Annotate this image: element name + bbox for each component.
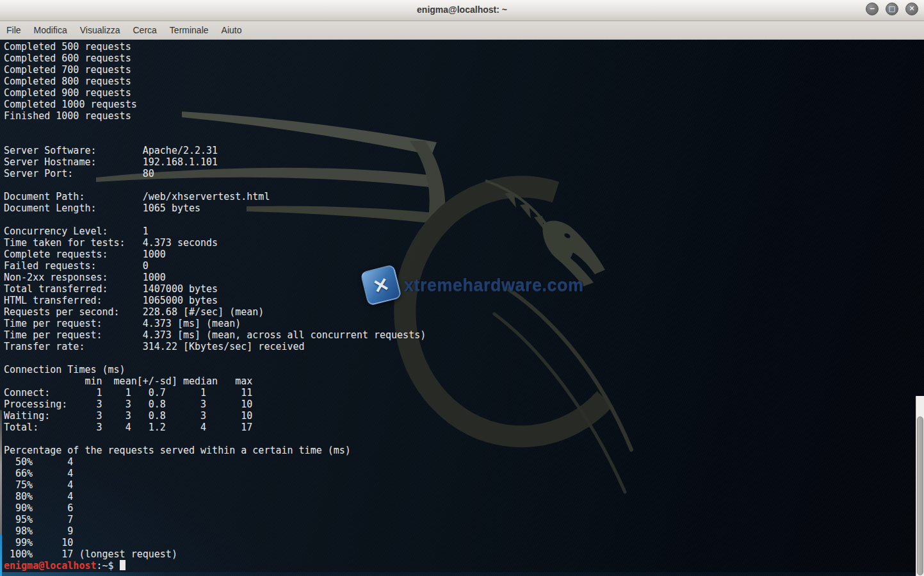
terminal-line: Finished 1000 requests [4, 110, 426, 122]
terminal-line: Connection Times (ms) [4, 364, 426, 375]
terminal-line: Non-2xx responses: 1000 [4, 272, 426, 283]
terminal-line: 75% 4 [4, 479, 426, 491]
terminal-line: Complete requests: 1000 [4, 249, 426, 260]
terminal-screen[interactable]: ✕ xtremehardware.com Completed 500 reque… [0, 40, 924, 576]
terminal-line: Completed 800 requests [4, 76, 426, 87]
terminal-line: 90% 6 [4, 502, 426, 514]
terminal-line: Document Length: 1065 bytes [4, 202, 426, 214]
terminal-line [4, 122, 426, 133]
terminal-line: 99% 10 [4, 537, 426, 548]
prompt-user-host: enigma@localhost [4, 560, 97, 572]
terminal-line: Waiting: 3 3 0.8 3 10 [4, 410, 426, 422]
menu-file[interactable]: File [6, 21, 28, 39]
terminal-line: Completed 700 requests [4, 64, 426, 76]
terminal-line: Completed 500 requests [4, 41, 426, 53]
terminal-line: Failed requests: 0 [4, 260, 426, 272]
terminal-line: Server Port: 80 [4, 168, 426, 179]
menu-bar: File Modifica Visualizza Cerca Terminale… [0, 21, 924, 40]
terminal-line: 98% 9 [4, 525, 426, 537]
terminal-line: min mean[+/-sd] median max [4, 375, 426, 387]
terminal-line: 80% 4 [4, 491, 426, 502]
terminal-line: 50% 4 [4, 456, 426, 468]
menu-cerca[interactable]: Cerca [126, 21, 163, 39]
maximize-button[interactable]: □ [886, 3, 898, 15]
terminal-line [4, 133, 426, 145]
screen: enigma@localhost: ~ − □ ✕ File Modifica … [0, 0, 924, 576]
close-icon: ✕ [909, 4, 914, 13]
terminal-line: Completed 600 requests [4, 53, 426, 64]
wallpaper-edge-blue-strip [0, 534, 2, 576]
terminal-line: 66% 4 [4, 468, 426, 479]
terminal-line [4, 433, 426, 445]
window-title: enigma@localhost: ~ [0, 4, 924, 15]
terminal-line: Server Software: Apache/2.2.31 [4, 145, 426, 156]
menu-aiuto[interactable]: Aiuto [215, 21, 248, 39]
menu-modifica[interactable]: Modifica [28, 21, 74, 39]
scrollbar-thumb[interactable] [917, 416, 923, 575]
terminal-line: HTML transferred: 1065000 bytes [4, 295, 426, 306]
wallpaper-bottom-band [0, 572, 924, 576]
terminal-line: Percentage of the requests served within… [4, 445, 426, 456]
terminal-line: Total transferred: 1407000 bytes [4, 283, 426, 295]
terminal-output: Completed 500 requestsCompleted 600 requ… [4, 41, 426, 560]
maximize-icon: □ [889, 4, 895, 13]
terminal-cursor [120, 560, 126, 570]
terminal-line: Time per request: 4.373 [ms] (mean, acro… [4, 329, 426, 341]
terminal-line: Time taken for tests: 4.373 seconds [4, 237, 426, 249]
terminal-line: Total: 3 4 1.2 4 17 [4, 422, 426, 433]
terminal-line: Document Path: /web/xhservertest.html [4, 191, 426, 202]
terminal-line: Time per request: 4.373 [ms] (mean) [4, 318, 426, 329]
terminal-line: Connect: 1 1 0.7 1 11 [4, 387, 426, 399]
terminal-line [4, 352, 426, 364]
terminal-line: 100% 17 (longest request) [4, 548, 426, 560]
close-button[interactable]: ✕ [905, 3, 918, 15]
window-controls: − □ ✕ [866, 3, 918, 15]
menu-terminale[interactable]: Terminale [163, 21, 215, 39]
prompt-symbol: $ [108, 560, 114, 572]
terminal-line: Concurrency Level: 1 [4, 226, 426, 237]
menu-visualizza[interactable]: Visualizza [74, 21, 127, 39]
window-titlebar[interactable]: enigma@localhost: ~ − □ ✕ [0, 0, 924, 21]
wallpaper-edge-gray-strip [0, 410, 2, 534]
terminal-content: Completed 500 requestsCompleted 600 requ… [4, 41, 426, 572]
terminal-line: Transfer rate: 314.22 [Kbytes/sec] recei… [4, 341, 426, 352]
terminal-line: 95% 7 [4, 514, 426, 525]
prompt-separator: : [97, 560, 102, 572]
minimize-icon: − [869, 4, 875, 13]
minimize-button[interactable]: − [866, 3, 879, 15]
terminal-line: Requests per second: 228.68 [#/sec] (mea… [4, 306, 426, 318]
terminal-line [4, 179, 426, 191]
terminal-line: Processing: 3 3 0.8 3 10 [4, 399, 426, 410]
prompt-path: ~ [102, 560, 108, 572]
terminal-line: Completed 1000 requests [4, 99, 426, 110]
watermark-text: xtremehardware.com [404, 276, 584, 295]
terminal-line: Completed 900 requests [4, 87, 426, 99]
terminal-line [4, 214, 426, 226]
prompt-line: enigma@localhost:~$ [4, 560, 426, 572]
terminal-line: Server Hostname: 192.168.1.101 [4, 156, 426, 168]
